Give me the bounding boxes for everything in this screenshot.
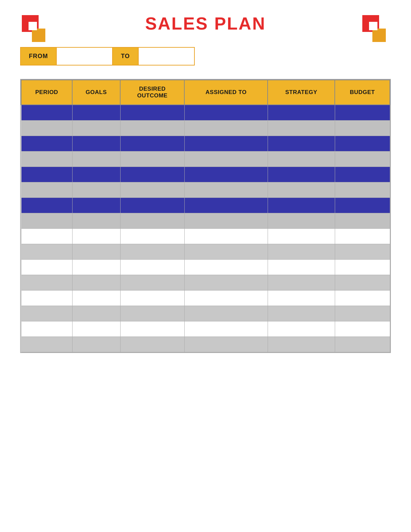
table-cell[interactable] [184,306,268,321]
table-cell[interactable] [335,259,390,275]
table-row[interactable] [21,321,390,337]
table-cell[interactable] [120,151,184,167]
table-cell[interactable] [184,337,268,352]
table-cell[interactable] [184,120,268,136]
table-row[interactable] [21,136,390,151]
table-row[interactable] [21,105,390,120]
table-cell[interactable] [21,228,72,244]
table-cell[interactable] [72,306,120,321]
table-cell[interactable] [268,228,335,244]
table-cell[interactable] [268,136,335,151]
table-row[interactable] [21,151,390,167]
table-cell[interactable] [120,306,184,321]
table-cell[interactable] [120,167,184,182]
table-cell[interactable] [268,306,335,321]
table-cell[interactable] [120,259,184,275]
table-cell[interactable] [72,290,120,306]
table-cell[interactable] [120,275,184,290]
table-cell[interactable] [120,182,184,197]
table-cell[interactable] [184,105,268,120]
table-cell[interactable] [21,244,72,259]
table-cell[interactable] [120,105,184,120]
table-row[interactable] [21,337,390,352]
table-cell[interactable] [120,197,184,213]
table-cell[interactable] [268,120,335,136]
table-cell[interactable] [21,213,72,228]
to-value-field[interactable] [139,48,194,65]
table-cell[interactable] [120,337,184,352]
table-cell[interactable] [184,182,268,197]
table-cell[interactable] [72,167,120,182]
table-cell[interactable] [184,151,268,167]
table-cell[interactable] [72,120,120,136]
table-row[interactable] [21,182,390,197]
table-cell[interactable] [268,321,335,337]
table-cell[interactable] [184,228,268,244]
table-cell[interactable] [184,197,268,213]
table-cell[interactable] [268,337,335,352]
table-cell[interactable] [184,275,268,290]
table-cell[interactable] [21,306,72,321]
table-cell[interactable] [335,167,390,182]
table-cell[interactable] [72,213,120,228]
table-cell[interactable] [72,337,120,352]
table-cell[interactable] [120,321,184,337]
table-cell[interactable] [72,197,120,213]
table-cell[interactable] [335,151,390,167]
table-row[interactable] [21,197,390,213]
table-cell[interactable] [21,151,72,167]
table-cell[interactable] [21,105,72,120]
table-cell[interactable] [335,306,390,321]
table-cell[interactable] [268,275,335,290]
table-row[interactable] [21,228,390,244]
table-cell[interactable] [268,197,335,213]
table-cell[interactable] [21,197,72,213]
table-cell[interactable] [335,228,390,244]
table-cell[interactable] [335,244,390,259]
table-row[interactable] [21,290,390,306]
table-cell[interactable] [268,105,335,120]
table-cell[interactable] [184,259,268,275]
table-cell[interactable] [335,337,390,352]
table-cell[interactable] [72,151,120,167]
table-cell[interactable] [268,167,335,182]
table-cell[interactable] [120,244,184,259]
table-cell[interactable] [72,228,120,244]
table-cell[interactable] [72,182,120,197]
table-cell[interactable] [335,213,390,228]
table-cell[interactable] [120,120,184,136]
table-cell[interactable] [184,244,268,259]
table-cell[interactable] [268,244,335,259]
table-cell[interactable] [120,136,184,151]
table-cell[interactable] [21,136,72,151]
table-cell[interactable] [335,290,390,306]
table-cell[interactable] [184,167,268,182]
table-cell[interactable] [21,290,72,306]
table-cell[interactable] [21,182,72,197]
table-cell[interactable] [184,321,268,337]
table-cell[interactable] [335,197,390,213]
table-cell[interactable] [72,275,120,290]
table-cell[interactable] [184,136,268,151]
table-cell[interactable] [21,167,72,182]
from-value-field[interactable] [57,48,113,65]
table-row[interactable] [21,167,390,182]
table-cell[interactable] [120,228,184,244]
table-cell[interactable] [21,259,72,275]
table-cell[interactable] [268,290,335,306]
table-row[interactable] [21,213,390,228]
table-cell[interactable] [184,290,268,306]
table-cell[interactable] [72,321,120,337]
table-cell[interactable] [335,136,390,151]
table-cell[interactable] [120,213,184,228]
table-cell[interactable] [72,105,120,120]
table-row[interactable] [21,120,390,136]
table-cell[interactable] [184,213,268,228]
table-row[interactable] [21,259,390,275]
table-cell[interactable] [21,120,72,136]
table-cell[interactable] [335,321,390,337]
table-row[interactable] [21,306,390,321]
table-cell[interactable] [268,213,335,228]
table-cell[interactable] [72,244,120,259]
table-row[interactable] [21,275,390,290]
